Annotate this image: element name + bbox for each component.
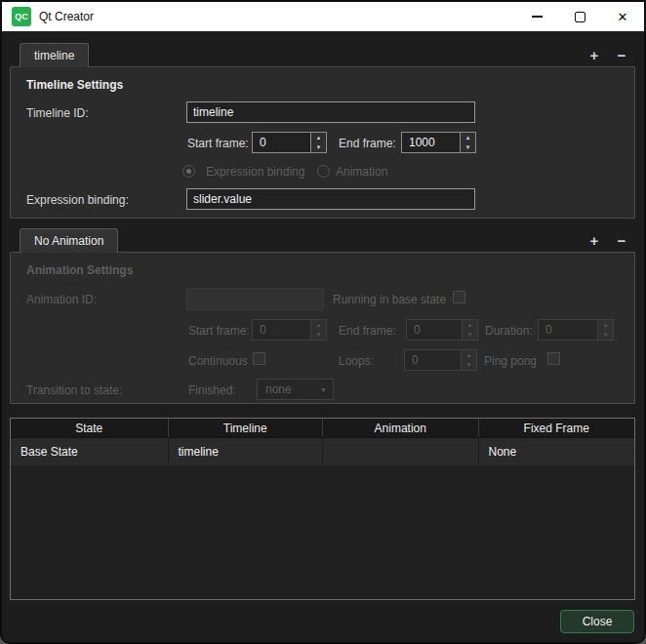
- anim-start-frame-spinbox: 0 ▲ ▼: [252, 319, 327, 341]
- timeline-settings-heading: Timeline Settings: [26, 78, 123, 92]
- window-controls: ✕: [515, 2, 644, 31]
- duration-arrows: ▲ ▼: [597, 320, 613, 340]
- animation-id-input: [186, 288, 324, 310]
- expression-binding-input[interactable]: slider.value: [186, 188, 475, 210]
- expression-binding-label: Expression binding:: [26, 193, 129, 207]
- timeline-id-input[interactable]: timeline: [186, 101, 475, 123]
- end-frame-value[interactable]: 1000: [402, 133, 460, 152]
- anim-start-frame-label: Start frame:: [188, 324, 250, 338]
- spin-down-icon[interactable]: ▼: [311, 142, 326, 152]
- anim-start-frame-value: 0: [253, 320, 310, 340]
- spin-up-icon: ▲: [463, 320, 477, 330]
- anim-end-frame-label: End frame:: [339, 324, 396, 338]
- duration-spinbox: 0 ▲ ▼: [538, 319, 614, 341]
- radio-dot-icon: [186, 169, 191, 174]
- running-in-base-state-checkbox: [453, 291, 465, 303]
- cell-timeline[interactable]: timeline: [169, 438, 324, 465]
- animation-radio-label: Animation: [336, 165, 387, 179]
- minimize-button[interactable]: [515, 2, 558, 31]
- end-frame-label: End frame:: [339, 137, 396, 150]
- spin-up-icon: ▲: [462, 350, 476, 360]
- qt-creator-window: QC Qt Creator ✕ timeline + − Timeline Se…: [0, 0, 646, 644]
- animation-settings-pane: Animation Settings Animation ID: Running…: [10, 252, 635, 404]
- close-icon: ✕: [618, 11, 628, 23]
- finished-label: Finished:: [188, 383, 236, 397]
- column-header-timeline[interactable]: Timeline: [169, 419, 324, 437]
- minimize-icon: [532, 16, 543, 17]
- finished-dropdown: none ▼: [257, 379, 334, 400]
- running-in-base-state-label: Running in base state: [333, 293, 446, 306]
- column-header-animation[interactable]: Animation: [323, 419, 479, 437]
- loops-arrows: ▲ ▼: [461, 350, 476, 370]
- spin-up-icon: ▲: [311, 320, 326, 330]
- spin-down-icon: ▼: [311, 330, 326, 340]
- states-table: State Timeline Animation Fixed Frame Bas…: [10, 418, 635, 600]
- anim-end-frame-spinbox: 0 ▲ ▼: [406, 319, 478, 341]
- titlebar: QC Qt Creator ✕: [2, 2, 644, 31]
- window-title: Qt Creator: [39, 10, 94, 23]
- start-frame-label: Start frame:: [187, 137, 249, 150]
- tab-no-animation[interactable]: No Animation: [20, 228, 118, 253]
- dialog-content: timeline + − Timeline Settings Timeline …: [2, 31, 644, 642]
- end-frame-spinbox[interactable]: 1000 ▲ ▼: [401, 132, 476, 153]
- states-table-header: State Timeline Animation Fixed Frame: [11, 419, 634, 438]
- spin-down-icon[interactable]: ▼: [461, 142, 475, 152]
- animation-id-label: Animation ID:: [26, 293, 97, 306]
- loops-label: Loops:: [339, 354, 374, 368]
- tab-timeline[interactable]: timeline: [20, 43, 89, 67]
- start-frame-value[interactable]: 0: [253, 133, 310, 152]
- cell-animation[interactable]: [323, 438, 479, 465]
- anim-start-frame-arrows: ▲ ▼: [310, 320, 326, 340]
- add-animation-button[interactable]: +: [585, 230, 603, 250]
- continuous-checkbox: [253, 352, 265, 365]
- table-row[interactable]: Base State timeline None: [11, 438, 634, 465]
- close-button[interactable]: Close: [560, 610, 634, 633]
- spin-down-icon: ▼: [598, 330, 613, 340]
- animation-settings-heading: Animation Settings: [26, 263, 133, 277]
- add-timeline-button[interactable]: +: [585, 45, 603, 64]
- maximize-icon: [575, 12, 585, 22]
- dropdown-arrow-icon: ▼: [320, 386, 327, 393]
- anim-end-frame-value: 0: [407, 320, 462, 340]
- qt-creator-logo-icon: QC: [12, 7, 31, 26]
- start-frame-arrows[interactable]: ▲ ▼: [310, 133, 326, 152]
- expression-binding-radio-label: Expression binding: [206, 165, 304, 179]
- cell-fixed-frame[interactable]: None: [479, 438, 635, 465]
- remove-animation-button[interactable]: −: [613, 230, 630, 250]
- timeline-settings-pane: Timeline Settings Timeline ID: timeline …: [10, 66, 635, 219]
- duration-label: Duration:: [485, 324, 533, 338]
- duration-value: 0: [539, 320, 597, 340]
- column-header-state[interactable]: State: [11, 419, 169, 437]
- spin-up-icon[interactable]: ▲: [461, 133, 475, 142]
- cell-state[interactable]: Base State: [11, 438, 169, 465]
- expression-binding-radio: [182, 165, 195, 178]
- transition-to-state-label: Transition to state:: [26, 383, 122, 397]
- close-window-button[interactable]: ✕: [601, 2, 644, 31]
- start-frame-spinbox[interactable]: 0 ▲ ▼: [252, 132, 327, 153]
- spin-down-icon: ▼: [462, 360, 476, 370]
- column-header-fixed-frame[interactable]: Fixed Frame: [479, 419, 635, 437]
- spin-up-icon: ▲: [598, 320, 613, 330]
- animation-radio: [317, 165, 330, 178]
- spin-down-icon: ▼: [463, 330, 477, 340]
- remove-timeline-button[interactable]: −: [613, 45, 630, 64]
- finished-dropdown-value: none: [265, 382, 320, 396]
- loops-spinbox: 0 ▲ ▼: [404, 349, 477, 371]
- ping-pong-checkbox: [547, 352, 560, 365]
- loops-value: 0: [405, 350, 461, 370]
- continuous-label: Continuous: [188, 354, 248, 368]
- timeline-id-label: Timeline ID:: [26, 106, 89, 120]
- spin-up-icon[interactable]: ▲: [311, 133, 326, 142]
- maximize-button[interactable]: [558, 2, 601, 31]
- ping-pong-label: Ping pong: [484, 354, 537, 368]
- anim-end-frame-arrows: ▲ ▼: [462, 320, 477, 340]
- end-frame-arrows[interactable]: ▲ ▼: [460, 133, 475, 152]
